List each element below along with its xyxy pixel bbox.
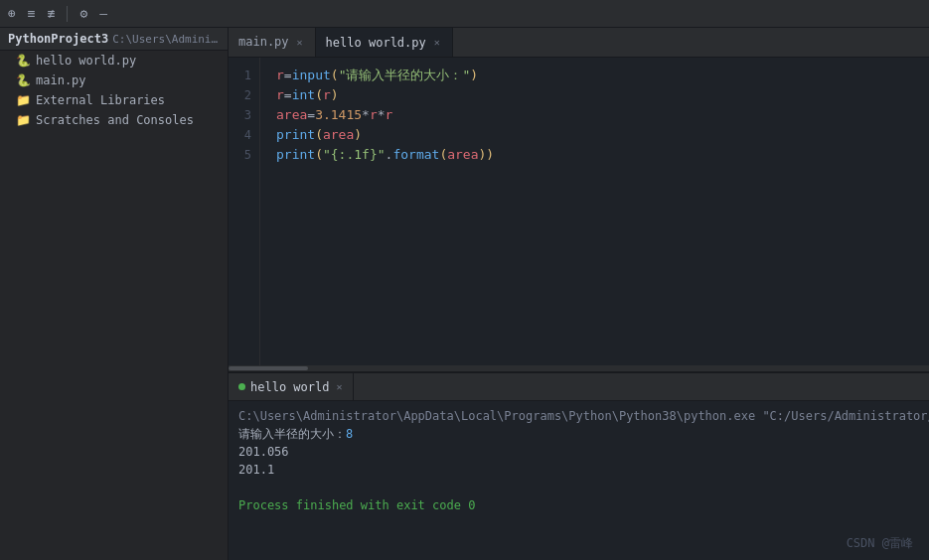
sidebar-label-hello-world: hello world.py [36,54,136,68]
toolbar-icon-settings[interactable]: ⚙ [79,6,87,21]
run-output-finished: Process finished with exit code 0 [238,496,919,514]
watermark: CSDN @雷峰 [847,535,913,552]
editor-area: main.py ✕ hello world.py ✕ 1 2 3 4 5 r=i… [229,28,929,560]
run-output-result1: 201.056 [238,443,919,461]
run-output-prompt: 请输入半径的大小：8 [238,425,919,443]
toolbar-separator [67,6,68,22]
toolbar-icon-minimize[interactable]: — [99,6,107,21]
code-line-5: print("{:.1f}".format(area)) [276,145,929,165]
code-line-2: r=int(r) [276,85,929,105]
py-file-icon: 🐍 [16,54,31,68]
sidebar-item-external-libraries[interactable]: 📁 External Libraries [0,90,228,110]
project-name: PythonProject3 [8,32,108,46]
tab-main-py[interactable]: main.py ✕ [229,28,316,57]
tab-hello-world-label: hello world.py [326,36,426,50]
toolbar-icon-list[interactable]: ≡ [28,6,36,21]
folder-icon-ext: 📁 [16,93,31,107]
sidebar-label-main: main.py [36,73,86,87]
code-content[interactable]: r=input("请输入半径的大小：") r=int(r) area=3.141… [260,58,929,365]
run-output-blank [238,479,919,496]
py-file-icon-main: 🐍 [16,73,31,87]
scrollbar-thumb[interactable] [229,366,308,370]
project-header: PythonProject3 C:\Users\Administrator\Py… [0,28,228,51]
toolbar: ⊕ ≡ ≢ ⚙ — [0,0,929,28]
code-line-4: print(area) [276,125,929,145]
line-num-3: 3 [229,105,259,125]
tab-main-py-close[interactable]: ✕ [297,37,303,48]
run-tab-close[interactable]: ✕ [336,381,342,392]
run-output: C:\Users\Administrator\AppData\Local\Pro… [229,401,929,560]
run-tab-label: hello world [250,380,329,394]
run-output-result2: 201.1 [238,461,919,479]
line-num-1: 1 [229,66,259,85]
sidebar-item-main[interactable]: 🐍 main.py [0,70,228,90]
main-layout: PythonProject3 C:\Users\Administrator\Py… [0,28,929,560]
sidebar: PythonProject3 C:\Users\Administrator\Py… [0,28,229,560]
toolbar-icon-list2[interactable]: ≢ [48,6,56,21]
project-path: C:\Users\Administrator\Pycharm [112,33,220,46]
run-tab-hello-world[interactable]: hello world ✕ [229,373,354,401]
tab-main-py-label: main.py [238,35,289,49]
sidebar-item-scratches[interactable]: 📁 Scratches and Consoles [0,110,228,130]
code-editor[interactable]: 1 2 3 4 5 r=input("请输入半径的大小：") r=int(r) … [229,58,929,365]
folder-icon-scratch: 📁 [16,113,31,127]
run-input-value: 8 [346,427,353,441]
line-numbers: 1 2 3 4 5 [229,58,260,365]
tab-bar: main.py ✕ hello world.py ✕ [229,28,929,58]
run-panel-wrapper: hello world ✕ C:\Users\Administrator\App… [229,371,929,560]
line-num-5: 5 [229,145,259,165]
run-output-path: C:\Users\Administrator\AppData\Local\Pro… [238,407,919,425]
tab-hello-world-py[interactable]: hello world.py ✕ [316,28,453,57]
code-line-1: r=input("请输入半径的大小：") [276,66,929,85]
sidebar-label-ext: External Libraries [36,93,165,107]
tab-hello-world-close[interactable]: ✕ [434,37,440,48]
run-panel-tabs: hello world ✕ [229,373,929,401]
toolbar-icon-globe[interactable]: ⊕ [8,6,16,21]
code-line-3: area=3.1415*r*r [276,105,929,125]
sidebar-label-scratch: Scratches and Consoles [36,113,194,127]
line-num-4: 4 [229,125,259,145]
run-status-dot [238,383,245,390]
line-num-2: 2 [229,85,259,105]
run-panel: hello world ✕ C:\Users\Administrator\App… [229,371,929,560]
sidebar-item-hello-world[interactable]: 🐍 hello world.py [0,51,228,70]
